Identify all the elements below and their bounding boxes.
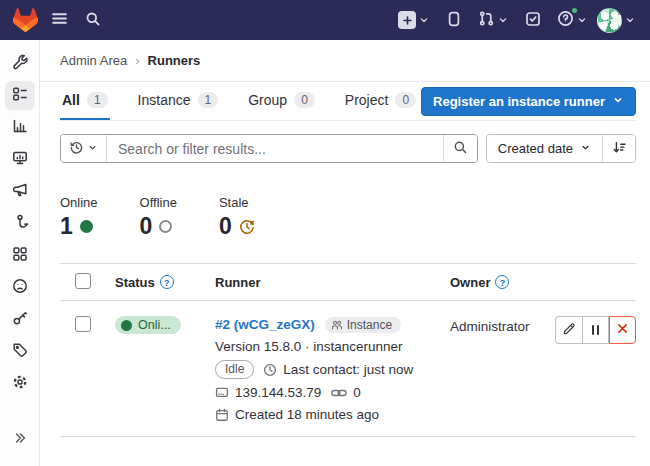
link-icon [331, 385, 347, 401]
select-all-checkbox[interactable] [75, 273, 91, 289]
tab-all-count: 1 [87, 92, 108, 108]
delete-runner-button[interactable] [609, 316, 636, 344]
tab-instance-label: Instance [138, 92, 191, 108]
runner-project-count: 0 [353, 385, 361, 400]
pause-runner-button[interactable] [582, 316, 609, 344]
monitoring-icon [12, 150, 28, 169]
history-icon [69, 140, 84, 158]
chevron-down-icon [580, 141, 591, 156]
sort-direction-button[interactable] [602, 135, 635, 162]
sidebar-item-overview[interactable] [5, 81, 35, 110]
messages-icon [12, 182, 28, 201]
notification-dot [571, 7, 578, 14]
row-select-checkbox[interactable] [75, 316, 91, 332]
sidebar-item-labels[interactable] [5, 337, 35, 366]
sidebar-item-abuse-reports[interactable] [5, 273, 35, 302]
help-menu-button[interactable] [557, 5, 588, 35]
stat-online-value: 1 [60, 215, 73, 238]
breadcrumb-admin-area[interactable]: Admin Area [60, 53, 127, 68]
filter-row: Created date [60, 134, 636, 163]
abuse-reports-icon [12, 278, 28, 297]
tab-project-count: 0 [395, 92, 416, 108]
tab-group[interactable]: Group 0 [246, 82, 317, 120]
clock-icon [263, 363, 277, 377]
overview-icon [12, 86, 28, 105]
chevron-down-icon [87, 141, 98, 156]
settings-icon [12, 374, 28, 393]
runner-owner-link[interactable]: Administrator [450, 319, 530, 334]
merge-requests-icon [478, 10, 495, 30]
sidebar-item-settings[interactable] [5, 369, 35, 398]
sidebar-item-deploy-keys[interactable] [5, 305, 35, 334]
new-menu-button[interactable] [398, 5, 430, 35]
sort-field-dropdown[interactable]: Created date [487, 135, 602, 162]
tab-project[interactable]: Project 0 [343, 82, 418, 120]
runner-detail-link[interactable]: #2 (wCG_zeGX) [215, 317, 315, 332]
breadcrumb: Admin Area › Runners [40, 40, 650, 82]
wrench-icon [12, 54, 28, 73]
search-icon [85, 11, 101, 30]
runners-table: Status ? Runner Owner ? [60, 263, 636, 437]
sidebar-collapse-button[interactable] [5, 425, 35, 454]
new-menu-plus-icon [398, 11, 416, 29]
global-search-button[interactable] [78, 5, 108, 35]
issues-icon [446, 11, 462, 30]
sidebar-item-admin-area[interactable] [5, 49, 35, 78]
status-help-icon[interactable]: ? [160, 275, 174, 289]
edit-runner-button[interactable] [555, 316, 582, 344]
runner-tabs-row: All 1 Instance 1 Group 0 Project 0 [60, 82, 636, 121]
stat-offline: Offline 0 [140, 195, 177, 238]
issues-button[interactable] [439, 5, 469, 35]
gitlab-tanuki-logo[interactable] [10, 6, 40, 34]
main-content: Admin Area › Runners All 1 Instance 1 Gr… [40, 40, 650, 466]
runner-type-label: Instance [347, 318, 392, 332]
sidebar-item-applications[interactable] [5, 241, 35, 270]
stat-stale: Stale 0 [219, 195, 255, 238]
offline-status-icon [159, 220, 172, 233]
admin-sidebar [0, 40, 40, 466]
sidebar-item-monitoring[interactable] [5, 145, 35, 174]
search-history-dropdown[interactable] [61, 135, 107, 162]
hamburger-menu-button[interactable] [44, 5, 74, 35]
runner-row: Onli... #2 (wCG_zeGX) Instance [60, 301, 636, 437]
online-dot-icon [121, 320, 132, 331]
group-people-icon [331, 319, 343, 331]
chevron-down-icon [624, 14, 636, 26]
todo-list-button[interactable] [518, 5, 548, 35]
register-instance-runner-button[interactable]: Register an instance runner [421, 87, 636, 116]
sidebar-item-system-hooks[interactable] [5, 209, 35, 238]
stat-offline-value: 0 [140, 215, 153, 238]
runner-type-badge: Instance [325, 317, 401, 333]
tab-instance[interactable]: Instance 1 [136, 82, 221, 120]
chevron-down-icon [576, 14, 588, 26]
sidebar-item-messages[interactable] [5, 177, 35, 206]
pause-icon [592, 325, 600, 335]
runner-ip-address: 139.144.53.79 [235, 385, 321, 400]
runners-table-header: Status ? Runner Owner ? [60, 263, 636, 301]
search-icon [453, 140, 468, 158]
host-monitor-icon [215, 386, 229, 400]
stat-stale-value: 0 [219, 215, 232, 238]
tab-all[interactable]: All 1 [60, 82, 110, 120]
stat-offline-label: Offline [140, 195, 177, 210]
sidebar-item-analytics[interactable] [5, 113, 35, 142]
search-input[interactable] [107, 135, 443, 162]
search-submit-button[interactable] [443, 135, 477, 162]
stale-clock-icon [239, 219, 255, 235]
runner-status-stats: Online 1 Offline 0 Stale 0 [60, 195, 636, 263]
online-status-icon [80, 220, 93, 233]
runner-created-text: Created 18 minutes ago [235, 407, 379, 422]
gitlab-logo-icon [13, 8, 38, 32]
runner-online-badge: Onli... [115, 316, 181, 334]
applications-icon [12, 246, 28, 265]
pencil-icon [562, 322, 576, 339]
runner-status-text: Onli... [138, 318, 171, 332]
system-hooks-icon [12, 214, 28, 233]
delete-x-icon [616, 322, 629, 338]
merge-requests-button[interactable] [478, 5, 509, 35]
owner-help-icon[interactable]: ? [495, 275, 509, 289]
todo-icon [525, 11, 541, 30]
user-menu-button[interactable] [597, 5, 636, 35]
tab-group-label: Group [248, 92, 287, 108]
tab-instance-count: 1 [198, 92, 219, 108]
